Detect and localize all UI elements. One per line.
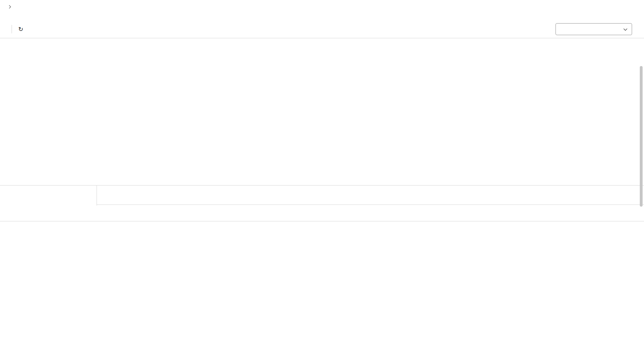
refresh-icon: ↻	[18, 26, 23, 32]
toolbar-right	[551, 23, 632, 35]
toolbar: ↻	[0, 20, 644, 38]
section-tab-bar	[0, 185, 644, 205]
breadcrumb	[0, 0, 644, 11]
y-axis-ticks	[8, 77, 17, 161]
vertical-scrollbar[interactable]	[639, 64, 643, 355]
x-axis-ticks	[19, 163, 629, 169]
tab-blocked-queries-current[interactable]	[0, 186, 97, 206]
dashboard-content	[0, 38, 644, 221]
chevron-right-icon	[9, 4, 11, 10]
chevron-down-icon	[623, 26, 627, 32]
scrollbar-thumb[interactable]	[640, 66, 643, 207]
area-chart	[19, 77, 629, 161]
refresh-button[interactable]: ↻	[18, 26, 26, 32]
time-interval-dropdown[interactable]	[556, 23, 632, 35]
toolbar-divider	[12, 25, 12, 33]
y-axis-title	[1, 77, 8, 161]
chart-card	[0, 38, 644, 185]
table-header	[0, 205, 644, 221]
